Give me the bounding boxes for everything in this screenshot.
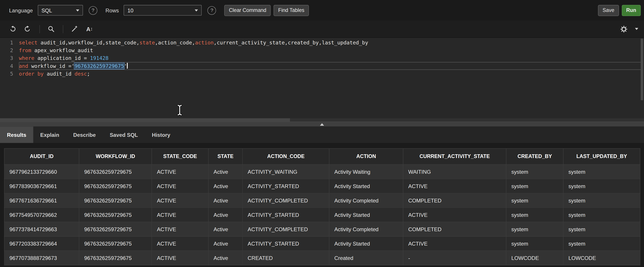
column-header-action: ACTION (329, 148, 403, 164)
save-button[interactable]: Save (598, 5, 619, 16)
clear-command-button[interactable]: Clear Command (224, 5, 271, 16)
column-header-state: STATE (208, 148, 242, 164)
code-line[interactable]: 1select audit_id,workflow_id,state_code,… (0, 39, 644, 46)
column-header-audit-id: AUDIT_ID (4, 148, 79, 164)
line-number: 5 (0, 70, 19, 78)
cell-workflow-id: 9676326259729675 (79, 164, 152, 179)
code-token: ; (87, 71, 90, 77)
rows-select-value: 10 (128, 7, 134, 14)
code-token: select (19, 39, 37, 46)
cell-state-code: ACTIVE (152, 251, 208, 265)
cell-current-activity-state: ACTIVE (403, 179, 506, 193)
code-token: apex_workflow_audit (31, 47, 93, 54)
toolbar-separator (39, 25, 40, 33)
code-token: ,current_activity_state,created_by,last_… (214, 39, 368, 46)
cell-workflow-id: 9676326259729675 (79, 193, 152, 208)
code-line[interactable]: 3where application_id = 191428 (0, 54, 644, 62)
cell-state: Active (208, 193, 242, 208)
editor-results-splitter[interactable] (0, 122, 644, 126)
cell-state: Active (208, 222, 242, 236)
cell-audit-id: 9677073888729673 (4, 251, 79, 265)
cell-state-code: ACTIVE (152, 193, 208, 208)
undo-icon[interactable] (6, 23, 20, 35)
question-glyph: ? (92, 7, 94, 13)
code-token: ,action_code, (155, 39, 195, 46)
line-number: 1 (0, 39, 19, 46)
cell-workflow-id: 9676326259729675 (79, 236, 152, 251)
cell-last-updated-by: system (563, 179, 640, 193)
cell-action: Activity Completed (329, 222, 403, 236)
redo-icon[interactable] (20, 23, 34, 35)
cell-created-by: system (506, 164, 563, 179)
code-text: order by audit_id desc; (19, 70, 90, 78)
code-line[interactable]: 4and workflow_id ='9676326259729675' (0, 62, 644, 70)
tab-saved-sql[interactable]: Saved SQL (103, 126, 145, 143)
cell-action-code: ACTIVITY_STARTED (242, 236, 329, 251)
code-token: state (140, 39, 155, 46)
format-wand-icon[interactable] (68, 23, 81, 35)
run-button[interactable]: Run (622, 5, 641, 16)
search-icon[interactable] (44, 23, 58, 35)
toolbar-separator (63, 25, 63, 33)
cell-current-activity-state: COMPLETED (403, 222, 506, 236)
find-tables-button[interactable]: Find Tables (274, 5, 309, 16)
language-select-value: SQL (41, 7, 52, 14)
cell-state: Active (208, 179, 242, 193)
apex-sql-commands-window: Language SQL ? Rows 10 ? Clear Command F… (0, 0, 644, 267)
line-number: 2 (0, 46, 19, 54)
cell-workflow-id: 9676326259729675 (79, 222, 152, 236)
cell-current-activity-state: WAITING (403, 164, 506, 179)
table-row: 96773784147296639676326259729675ACTIVEAc… (4, 222, 640, 236)
cell-current-activity-state: COMPLETED (403, 193, 506, 208)
rows-help-icon[interactable]: ? (208, 6, 216, 14)
table-row: 96779621337296609676326259729675ACTIVEAc… (4, 164, 640, 179)
cell-workflow-id: 9676326259729675 (79, 251, 152, 265)
cell-action: Activity Waiting (329, 164, 403, 179)
cell-last-updated-by: system (563, 222, 640, 236)
cell-created-by: system (506, 208, 563, 222)
rows-label: Rows (106, 7, 119, 14)
cell-action-code: ACTIVITY_WAITING (242, 164, 329, 179)
tab-explain[interactable]: Explain (33, 126, 66, 143)
code-token: application_id = (34, 55, 90, 61)
autocomplete-icon[interactable]: A (82, 23, 96, 35)
tab-history[interactable]: History (145, 126, 177, 143)
editor-horizontal-scrollbar[interactable] (0, 118, 644, 122)
editor-settings-button[interactable] (617, 23, 638, 35)
cell-created-by: LOWCODE (506, 251, 563, 265)
column-header-action-code: ACTION_CODE (242, 148, 329, 164)
line-number: 4 (0, 62, 19, 70)
code-line[interactable]: 2from apex_workflow_audit (0, 46, 644, 54)
code-text: select audit_id,workflow_id,state_code,s… (19, 39, 368, 46)
cell-last-updated-by: LOWCODE (563, 251, 640, 265)
rows-select[interactable]: 10 (124, 5, 202, 16)
cell-last-updated-by: system (563, 208, 640, 222)
cell-state-code: ACTIVE (152, 164, 208, 179)
question-glyph: ? (210, 7, 213, 13)
cell-current-activity-state: ACTIVE (403, 236, 506, 251)
code-token: where (19, 55, 34, 61)
cell-audit-id: 9677962133729660 (4, 164, 79, 179)
language-help-icon[interactable]: ? (88, 6, 97, 14)
code-token: 191428 (90, 55, 108, 61)
cell-audit-id: 9677203383729664 (4, 236, 79, 251)
sql-code-editor[interactable]: 1select audit_id,workflow_id,state_code,… (0, 38, 644, 122)
tab-describe[interactable]: Describe (66, 126, 103, 143)
cell-workflow-id: 9676326259729675 (79, 179, 152, 193)
cell-action: Created (329, 251, 403, 265)
cell-created-by: system (506, 222, 563, 236)
cell-action-code: ACTIVITY_STARTED (242, 179, 329, 193)
cell-audit-id: 9677378414729663 (4, 222, 79, 236)
editor-vertical-scrollbar[interactable] (641, 39, 643, 100)
text-caret (127, 63, 128, 68)
code-line[interactable]: 5order by audit_id desc; (0, 70, 644, 78)
scrollbar-thumb[interactable] (0, 118, 290, 122)
tab-results[interactable]: Results (0, 126, 33, 143)
results-region: AUDIT_IDWORKFLOW_IDSTATE_CODESTATEACTION… (0, 143, 644, 266)
editor-toolbar: A (0, 20, 644, 38)
language-select[interactable]: SQL (38, 5, 83, 16)
cell-state-code: ACTIVE (152, 208, 208, 222)
cell-state: Active (208, 251, 242, 265)
cell-workflow-id: 9676326259729675 (79, 208, 152, 222)
cell-action-code: ACTIVITY_STARTED (242, 208, 329, 222)
